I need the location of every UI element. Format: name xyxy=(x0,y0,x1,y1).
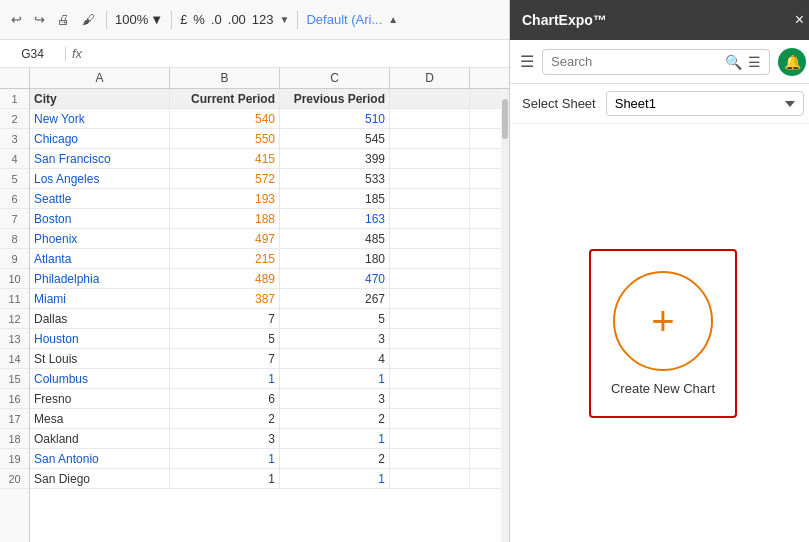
cell-d xyxy=(390,309,470,328)
cell-current-period: 540 xyxy=(170,109,280,128)
paint-button[interactable]: 🖌 xyxy=(79,10,98,29)
cell-d xyxy=(390,369,470,388)
cell-d xyxy=(390,189,470,208)
redo-button[interactable]: ↪ xyxy=(31,10,48,29)
cell-previous-period: 399 xyxy=(280,149,390,168)
undo-button[interactable]: ↩ xyxy=(8,10,25,29)
cell-current-period: 387 xyxy=(170,289,280,308)
row-number: 5 xyxy=(0,169,29,189)
sheet-select[interactable]: Sheet1 xyxy=(606,91,804,116)
cell-d xyxy=(390,249,470,268)
cell-previous-period: 5 xyxy=(280,309,390,328)
row-number: 1 xyxy=(0,89,29,109)
formula-input[interactable] xyxy=(88,46,503,61)
divider-3 xyxy=(297,11,298,29)
cell-current-period: 1 xyxy=(170,369,280,388)
cell-previous-period: 1 xyxy=(280,369,390,388)
cell-current-period: 5 xyxy=(170,329,280,348)
chartexpo-panel: ChartExpo™ × ☰ 🔍 ☰ 🔔 Select Sheet Sheet1… xyxy=(510,0,809,542)
table-row: Fresno 6 3 xyxy=(30,389,509,409)
row-number: 18 xyxy=(0,429,29,449)
cell-current-period: 6 xyxy=(170,389,280,408)
cell-city: Fresno xyxy=(30,389,170,408)
cell-city: Philadelphia xyxy=(30,269,170,288)
cell-previous-period: 2 xyxy=(280,409,390,428)
currency-symbol: £ xyxy=(180,12,187,27)
table-row: San Francisco 415 399 xyxy=(30,149,509,169)
row-number: 2 xyxy=(0,109,29,129)
formula-bar: fx xyxy=(0,40,509,68)
cell-current-period: 193 xyxy=(170,189,280,208)
cell-previous-period: 545 xyxy=(280,129,390,148)
table-row: Columbus 1 1 xyxy=(30,369,509,389)
row-number: 17 xyxy=(0,409,29,429)
panel-title: ChartExpo™ xyxy=(522,12,607,28)
cell-d xyxy=(390,169,470,188)
search-input[interactable] xyxy=(551,54,719,69)
percent-symbol: % xyxy=(193,12,205,27)
plus-icon: + xyxy=(651,301,674,341)
table-row: Atlanta 215 180 xyxy=(30,249,509,269)
cell-d xyxy=(390,349,470,368)
cell-d xyxy=(390,389,470,408)
cell-previous-period: 3 xyxy=(280,329,390,348)
search-icon[interactable]: 🔍 xyxy=(725,54,742,70)
zoom-chevron: ▼ xyxy=(150,12,163,27)
divider-1 xyxy=(106,11,107,29)
cell-current-period: 415 xyxy=(170,149,280,168)
table-row: Philadelphia 489 470 xyxy=(30,269,509,289)
row-number: 20 xyxy=(0,469,29,489)
cell-current-period: 572 xyxy=(170,169,280,188)
vertical-scrollbar[interactable] xyxy=(501,89,509,542)
cell-d xyxy=(390,429,470,448)
cell-city: Oakland xyxy=(30,429,170,448)
table-row: Miami 387 267 xyxy=(30,289,509,309)
cell-previous-period: 1 xyxy=(280,469,390,488)
create-chart-button[interactable]: + Create New Chart xyxy=(589,249,737,418)
zoom-display: 100% ▼ xyxy=(115,12,163,27)
cell-reference[interactable] xyxy=(6,47,66,61)
cell-city: New York xyxy=(30,109,170,128)
row-number: 4 xyxy=(0,149,29,169)
panel-close-button[interactable]: × xyxy=(795,11,804,29)
cell-previous-period: 180 xyxy=(280,249,390,268)
cell-current-period: 188 xyxy=(170,209,280,228)
cell-city: San Francisco xyxy=(30,149,170,168)
cell-current-period: 7 xyxy=(170,309,280,328)
row-number: 10 xyxy=(0,269,29,289)
col-header-c: C xyxy=(280,68,390,88)
hamburger-button[interactable]: ☰ xyxy=(520,52,534,71)
cell-city: Atlanta xyxy=(30,249,170,268)
table-row: Chicago 550 545 xyxy=(30,129,509,149)
zoom-value: 100% xyxy=(115,12,148,27)
row-number: 3 xyxy=(0,129,29,149)
row-number: 6 xyxy=(0,189,29,209)
toolbar: ↩ ↪ 🖨 🖌 100% ▼ £ % .0 .00 123 ▼ Default … xyxy=(0,0,509,40)
column-headers: A B C D xyxy=(0,68,509,89)
font-chevron: ▲ xyxy=(388,14,398,25)
cell-d xyxy=(390,209,470,228)
cell-city: Houston xyxy=(30,329,170,348)
cell-city: Dallas xyxy=(30,309,170,328)
row-number: 9 xyxy=(0,249,29,269)
list-icon[interactable]: ☰ xyxy=(748,54,761,70)
print-button[interactable]: 🖨 xyxy=(54,10,73,29)
cell-city: City xyxy=(30,89,170,108)
table-row: St Louis 7 4 xyxy=(30,349,509,369)
cell-previous-period: 485 xyxy=(280,229,390,248)
cell-previous-period: 510 xyxy=(280,109,390,128)
cell-current-period: 1 xyxy=(170,449,280,468)
cell-previous-period: 163 xyxy=(280,209,390,228)
cell-city: Chicago xyxy=(30,129,170,148)
notification-button[interactable]: 🔔 xyxy=(778,48,806,76)
table-row: Oakland 3 1 xyxy=(30,429,509,449)
create-chart-label: Create New Chart xyxy=(611,381,715,396)
cell-previous-period: 533 xyxy=(280,169,390,188)
scroll-thumb[interactable] xyxy=(502,99,508,139)
cell-city: St Louis xyxy=(30,349,170,368)
row-number: 11 xyxy=(0,289,29,309)
decimal1-symbol: .0 xyxy=(211,12,222,27)
cell-city: Phoenix xyxy=(30,229,170,248)
row-number: 13 xyxy=(0,329,29,349)
number-format-chevron: ▼ xyxy=(280,14,290,25)
